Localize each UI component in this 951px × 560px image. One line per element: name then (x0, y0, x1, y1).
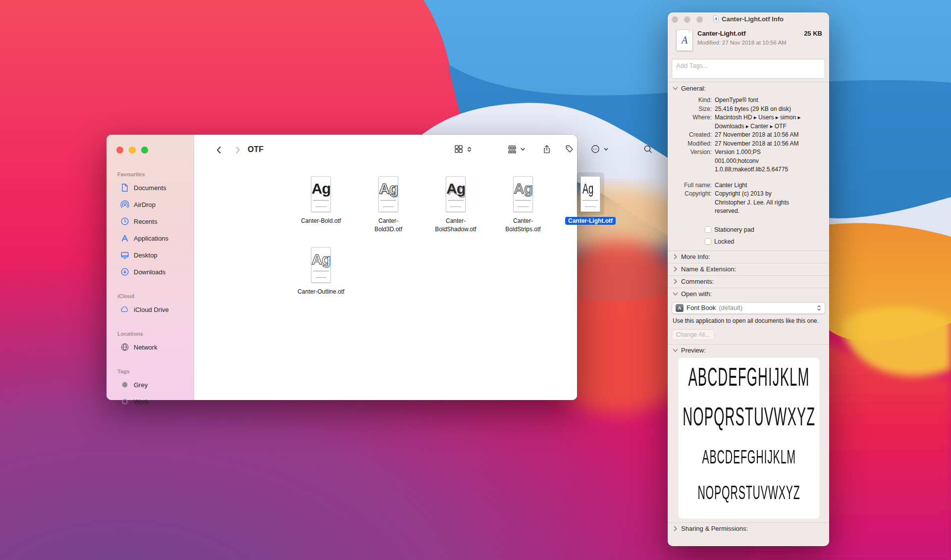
collapsed-sections: More Info:Name & Extension:Comments: (668, 251, 829, 288)
sidebar-item-desktop[interactable]: Desktop (110, 247, 190, 263)
sidebar-item-work[interactable]: Work (110, 393, 190, 410)
file-label: Canter-Bold3D.otf (374, 217, 402, 234)
stepper-chevrons-icon (816, 305, 822, 311)
font-book-app-icon: A (676, 304, 684, 312)
info-row-created: Created:27 November 2018 at 10:56 AM (668, 131, 829, 140)
desktop-icon (120, 251, 129, 259)
disclosure-chevron-icon[interactable] (673, 254, 678, 259)
finder-toolbar: OTF (194, 135, 577, 165)
section-preview[interactable]: Preview: (668, 344, 829, 356)
checkbox-label: Locked (714, 238, 734, 245)
sidebar-item-label: iCloud Drive (134, 306, 169, 313)
add-tags-input[interactable] (672, 59, 825, 79)
checkbox-locked[interactable] (705, 238, 711, 245)
open-with-dropdown[interactable]: A Font Book (default) (672, 302, 825, 314)
info-row-version: Version:Version 1.000;PS 001.000;hotconv… (668, 148, 829, 174)
info-row-value: Copyright (c) 2013 by Christopher J. Lee… (715, 190, 820, 216)
file-label: Canter-Light.otf (565, 217, 616, 225)
zoom-button[interactable] (141, 147, 148, 153)
font-glyph-preview: Ag (582, 181, 587, 188)
info-row-value: 27 November 2018 at 10:56 AM (715, 131, 820, 140)
back-button[interactable] (212, 144, 226, 156)
info-row-size: Size:25,416 bytes (29 KB on disk) (668, 105, 829, 114)
sidebar-item-label: AirDrop (134, 201, 156, 208)
open-with-app-name: Font Book (687, 304, 716, 311)
font-file-thumbnail-icon: Ag (311, 247, 331, 283)
change-all-button[interactable]: Change All... (672, 329, 714, 340)
sidebar-item-downloads[interactable]: Downloads (110, 263, 190, 280)
disclosure-chevron-icon[interactable] (673, 526, 678, 531)
glyph-footline (383, 206, 394, 207)
section-open-with[interactable]: Open with: (668, 288, 829, 300)
open-with-app-default: (default) (719, 304, 742, 311)
view-switcher[interactable] (454, 144, 473, 154)
sidebar-item-grey[interactable]: Grey (110, 376, 190, 393)
file-label: Canter-BoldStrips.otf (505, 217, 540, 234)
checkbox-stationery-pad[interactable] (705, 226, 711, 233)
font-file-thumbnail-icon: Ag (378, 176, 398, 212)
disclosure-chevron-icon[interactable] (673, 266, 678, 272)
section-more-info[interactable]: More Info: (668, 251, 829, 263)
disclosure-chevron-icon[interactable] (673, 86, 678, 91)
info-row-value: Canter Light (715, 181, 820, 190)
glyph-footline (518, 206, 528, 207)
preview-line: ABCDEFGHIJKLM (702, 446, 795, 468)
sidebar-item-label: Network (134, 344, 158, 351)
file-canter-boldstrips-otf[interactable]: AgCanter-BoldStrips.otf (489, 172, 557, 243)
file-label: Canter-Bold.otf (301, 217, 341, 225)
sidebar-item-recents[interactable]: Recents (110, 213, 190, 230)
disclosure-chevron-icon[interactable] (673, 279, 678, 284)
glyph-baseline (380, 200, 396, 201)
preview-line: NOPQRSTUVWXYZ (697, 482, 800, 504)
section-sharing-title: Sharing & Permissions: (681, 525, 748, 532)
file-canter-outline-otf[interactable]: AgCanter-Outline.otf (287, 243, 355, 313)
sidebar-item-network[interactable]: Network (110, 339, 190, 356)
sidebar-section-title: iCloud (106, 287, 194, 301)
file-label: Canter-Outline.otf (298, 288, 345, 296)
sidebar-item-icloud-drive[interactable]: iCloud Drive (110, 301, 190, 318)
file-canter-bold-otf[interactable]: AgCanter-Bold.otf (287, 172, 355, 243)
font-glyph-preview: Ag (312, 252, 330, 267)
disclosure-chevron-icon[interactable] (673, 291, 678, 297)
sidebar-item-airdrop[interactable]: AirDrop (110, 196, 190, 213)
section-sharing[interactable]: Sharing & Permissions: (668, 522, 829, 535)
share-button[interactable] (542, 144, 552, 154)
close-button[interactable] (116, 147, 123, 153)
sidebar-item-documents[interactable]: Documents (110, 179, 190, 196)
glyph-baseline (313, 200, 329, 201)
tags-button[interactable] (565, 144, 575, 154)
general-body: Kind:OpenType® fontSize:25,416 bytes (29… (668, 94, 829, 251)
info-row-label: Full name: (668, 181, 712, 190)
section-name-extension[interactable]: Name & Extension: (668, 263, 829, 275)
desktop: FavouritesDocumentsAirDropRecentsApplica… (0, 0, 951, 560)
info-row-where: Where:Macintosh HD ▸ Users ▸ simon ▸ Dow… (668, 113, 829, 131)
chevron-right-icon (233, 145, 243, 155)
search-button[interactable] (643, 144, 653, 154)
group-button[interactable] (507, 144, 526, 154)
file-icon-highlight: Ag (442, 172, 470, 215)
tag-grey-icon (120, 380, 129, 389)
minimize-button[interactable] (129, 147, 136, 153)
section-general[interactable]: General: (668, 82, 829, 94)
file-canter-boldshadow-otf[interactable]: AgCanter-BoldShadow.otf (422, 172, 489, 243)
file-icon-highlight: Ag (307, 172, 335, 215)
font-file-thumbnail-icon: Ag (446, 176, 466, 212)
glyph-baseline (515, 200, 531, 201)
sidebar-item-label: Desktop (134, 252, 158, 259)
file-canter-bold3d-otf[interactable]: AgCanter-Bold3D.otf (355, 172, 422, 243)
info-row-modified: Modified:27 November 2018 at 10:56 AM (668, 140, 829, 149)
info-row-label: Copyright: (668, 190, 712, 216)
disclosure-chevron-icon[interactable] (673, 348, 678, 353)
more-actions-button[interactable] (590, 144, 609, 154)
file-icon-highlight: Ag (374, 172, 402, 215)
info-row-label: Modified: (668, 140, 712, 149)
section-comments[interactable]: Comments: (668, 275, 829, 288)
forward-button[interactable] (231, 144, 245, 156)
checkbox-label: Stationery pad (714, 226, 754, 233)
file-canter-light-otf[interactable]: AgCanter-Light.otf (557, 172, 624, 243)
sidebar-item-applications[interactable]: Applications (110, 230, 190, 247)
info-row-copyright: Copyright:Copyright (c) 2013 by Christop… (668, 190, 829, 216)
section-open-with-title: Open with: (681, 290, 712, 298)
font-glyph-preview: Ag (446, 181, 465, 196)
font-glyph-preview: Ag (312, 181, 330, 196)
